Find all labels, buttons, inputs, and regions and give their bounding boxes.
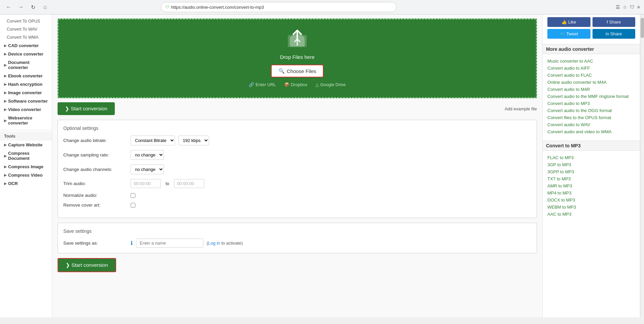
- login-note: (Log in to activate): [207, 241, 243, 246]
- normalize-checkbox[interactable]: [131, 193, 135, 198]
- social-buttons: 👍 Like f Share 🐦 Tweet in Share: [547, 17, 635, 39]
- right-link-opus[interactable]: Convert files to the OPUS format: [547, 114, 635, 121]
- dropbox-icon: 📦: [284, 82, 290, 87]
- right-sidebar: 👍 Like f Share 🐦 Tweet in Share More aud…: [542, 14, 640, 317]
- right-link-aac-mp3[interactable]: AAC to MP3: [547, 211, 635, 218]
- tweet-button[interactable]: 🐦 Tweet: [547, 29, 590, 39]
- login-link[interactable]: Log in: [208, 241, 220, 246]
- channels-select[interactable]: no change mono stereo: [131, 165, 164, 174]
- home-button[interactable]: ⌂: [40, 2, 50, 12]
- sidebar-item-convert-opus[interactable]: Convert To OPUS: [0, 17, 52, 25]
- reading-list-icon[interactable]: ☰: [616, 4, 620, 10]
- sidebar-item-compress-video[interactable]: ▶ Compress Video: [0, 171, 52, 179]
- right-link-txt-mp3[interactable]: TXT to MP3: [547, 175, 635, 182]
- trim-to-input[interactable]: [174, 179, 204, 188]
- sidebar-item-convert-wav[interactable]: Convert To WAV: [0, 25, 52, 33]
- dropbox-link[interactable]: 📦 Dropbox: [284, 82, 307, 87]
- right-link-aiff[interactable]: Convert audio to AIFF: [547, 65, 635, 72]
- scrollbar-thumb[interactable]: [641, 18, 644, 38]
- search-icon: 🔍: [278, 68, 285, 74]
- sidebar-item-webservice[interactable]: ▶ Webservice converter: [0, 114, 52, 127]
- save-label: Save settings as:: [63, 241, 127, 246]
- right-link-flac-mp3[interactable]: FLAC to MP3: [547, 154, 635, 161]
- upload-icon: [65, 30, 529, 51]
- tools-section: Tools ▶ Capture Website ▶ Compress Docum…: [0, 130, 52, 188]
- right-link-webm-mp3[interactable]: WEBM to MP3: [547, 204, 635, 211]
- right-link-amr-mp3[interactable]: AMR to MP3: [547, 182, 635, 189]
- arrow-icon: ▶: [4, 182, 7, 185]
- bookmark-icon[interactable]: ☆: [623, 4, 627, 10]
- sidebar-item-compress-doc[interactable]: ▶ Compress Document: [0, 149, 52, 163]
- arrow-icon: ▶: [4, 74, 7, 78]
- start-conversion-button-top[interactable]: ❯ Start conversion: [58, 102, 115, 115]
- shield-right-icon[interactable]: 🛡: [630, 4, 635, 10]
- main-content: Drop Files here 🔍 Choose Files 🔗 Enter U…: [52, 14, 542, 317]
- sidebar-item-device[interactable]: ▶ Device converter: [0, 50, 52, 58]
- sidebar-item-video[interactable]: ▶ Video converter: [0, 105, 52, 114]
- right-link-wav[interactable]: Convert audio to WAV: [547, 121, 635, 128]
- right-link-flac[interactable]: Convert audio to FLAC: [547, 72, 635, 79]
- add-example-link[interactable]: Add example file: [505, 106, 537, 111]
- trim-from-input[interactable]: [131, 179, 161, 188]
- google-drive-link[interactable]: △ Google Drive: [315, 82, 346, 87]
- arrow-icon: ▶: [4, 52, 7, 56]
- browser-chrome: ← → ↻ ⌂ 🛡 https://audio.online-convert.c…: [0, 0, 644, 14]
- forward-button[interactable]: →: [16, 2, 26, 12]
- scrollbar[interactable]: [640, 14, 644, 317]
- bitrate-row: Change audio bitrate: Constant Bitrate V…: [63, 136, 531, 145]
- sidebar-label: Convert To WAV: [7, 27, 37, 32]
- back-button[interactable]: ←: [4, 2, 13, 12]
- enter-url-link[interactable]: 🔗 Enter URL: [249, 82, 276, 87]
- arrow-icon: ▶: [4, 143, 7, 147]
- right-link-wma[interactable]: Convert audio and video to WMA: [547, 128, 635, 135]
- bitrate-kbps-select[interactable]: 192 kbps 128 kbps 256 kbps 320 kbps: [178, 136, 209, 145]
- right-link-m4r[interactable]: Convert audio to M4R: [547, 86, 635, 93]
- right-link-ogg[interactable]: Convert audio to the OGG format: [547, 107, 635, 114]
- sidebar-item-ocr[interactable]: ▶ OCR: [0, 179, 52, 188]
- sidebar-item-image[interactable]: ▶ Image converter: [0, 88, 52, 97]
- right-link-3gpp-mp3[interactable]: 3GPP to MP3: [547, 168, 635, 175]
- normalize-label: Normalize audio:: [63, 193, 127, 198]
- right-link-m4a[interactable]: Online audio converter to M4A: [547, 79, 635, 86]
- start-conversion-button-bottom[interactable]: ❯ Start conversion: [58, 258, 116, 272]
- right-link-docx-mp3[interactable]: DOCX to MP3: [547, 196, 635, 204]
- menu-icon[interactable]: ≡: [637, 4, 640, 10]
- choose-files-button[interactable]: 🔍 Choose Files: [271, 65, 324, 77]
- refresh-button[interactable]: ↻: [28, 2, 38, 12]
- sidebar-item-document[interactable]: ▶ Document converter: [0, 58, 52, 72]
- sampling-select[interactable]: no change 44100 Hz 48000 Hz 22050 Hz: [131, 150, 164, 160]
- sidebar-item-software[interactable]: ▶ Software converter: [0, 97, 52, 105]
- like-button[interactable]: 👍 Like: [547, 17, 590, 27]
- save-name-input[interactable]: [136, 239, 203, 248]
- sidebar-item-ebook[interactable]: ▶ Ebook converter: [0, 72, 52, 80]
- bitrate-type-select[interactable]: Constant Bitrate Variable Bitrate: [131, 136, 175, 145]
- sidebar-item-convert-wma[interactable]: Convert To WMA: [0, 33, 52, 41]
- arrow-icon: ▶: [4, 99, 7, 103]
- address-bar[interactable]: 🛡 https://audio.online-convert.com/conve…: [161, 2, 397, 12]
- more-audio-title: More audio converter: [543, 44, 640, 54]
- sidebar-item-capture[interactable]: ▶ Capture Website: [0, 141, 52, 149]
- drive-icon: △: [315, 82, 319, 87]
- right-link-3gp-mp3[interactable]: 3GP to MP3: [547, 161, 635, 168]
- right-link-mmf[interactable]: Convert audio to the MMF ringtone format: [547, 93, 635, 100]
- right-link-aac[interactable]: Music converter to AAC: [547, 58, 635, 65]
- convert-mp3-title: Convert to MP3: [543, 141, 640, 151]
- channels-label: Change audio channels:: [63, 167, 127, 172]
- info-icon[interactable]: ℹ: [131, 240, 133, 246]
- remove-cover-checkbox[interactable]: [131, 203, 135, 208]
- left-sidebar: Convert To OPUS Convert To WAV Convert T…: [0, 14, 52, 317]
- sidebar-item-cad[interactable]: ▶ CAD converter: [0, 41, 52, 50]
- arrow-icon: ▶: [4, 165, 7, 169]
- facebook-share-button[interactable]: f Share: [592, 17, 636, 27]
- sidebar-item-compress-image[interactable]: ▶ Compress Image: [0, 163, 52, 171]
- arrow-icon: ▶: [4, 108, 7, 111]
- drop-zone[interactable]: Drop Files here 🔍 Choose Files 🔗 Enter U…: [58, 19, 537, 98]
- shield-icon: 🛡: [165, 5, 169, 9]
- save-settings-title: Save settings: [63, 228, 531, 234]
- channels-row: Change audio channels: no change mono st…: [63, 165, 531, 174]
- sidebar-item-hash[interactable]: ▶ Hash encryption: [0, 80, 52, 88]
- arrow-icon: ▶: [4, 82, 7, 86]
- right-link-mp3[interactable]: Convert audio to MP3: [547, 100, 635, 107]
- linkedin-share-button[interactable]: in Share: [592, 29, 636, 39]
- right-link-mp4-mp3[interactable]: MP4 to MP3: [547, 189, 635, 196]
